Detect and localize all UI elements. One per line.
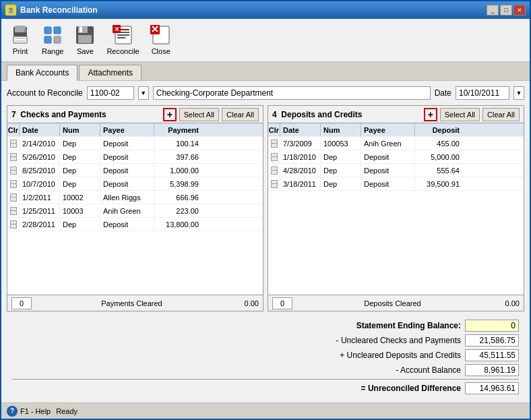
save-label: Save bbox=[77, 47, 94, 55]
account-dropdown-button[interactable]: ▼ bbox=[138, 86, 149, 100]
num-cell: 10002 bbox=[60, 191, 100, 204]
clr-icon: ⋯ bbox=[10, 140, 17, 148]
ending-balance-value[interactable]: 0 bbox=[465, 320, 519, 332]
range-label: Range bbox=[42, 47, 63, 55]
account-name-input[interactable] bbox=[153, 86, 431, 100]
checks-add-button[interactable]: + bbox=[163, 108, 177, 121]
range-button[interactable]: Range bbox=[39, 23, 66, 57]
deposits-table-body: ⋯ 7/3/2009 100053 Anih Green 455.00 ⋯ 1/… bbox=[268, 137, 524, 295]
payee-cell: Anih Green bbox=[361, 137, 415, 150]
table-row[interactable]: ⋯ 1/25/2011 10003 Anih Green 223.00 bbox=[7, 204, 263, 218]
table-row[interactable]: ⋯ 3/18/2011 Dep Deposit 39,500.91 bbox=[268, 177, 524, 191]
clr-cell: ⋯ bbox=[7, 177, 20, 190]
checks-col-payee: Payee bbox=[100, 123, 154, 136]
clr-icon: ⋯ bbox=[271, 167, 278, 175]
date-cell: 3/18/2011 bbox=[280, 177, 321, 190]
close-button[interactable]: ✕ bbox=[513, 5, 526, 16]
print-icon bbox=[9, 24, 31, 46]
summary-divider bbox=[12, 379, 519, 380]
deposits-table-header: Clr Date Num Payee Deposit bbox=[268, 123, 524, 137]
clr-icon: ⋯ bbox=[271, 140, 278, 148]
maximize-button[interactable]: □ bbox=[500, 5, 512, 16]
uncleared-deposits-value: 45,511.55 bbox=[465, 349, 519, 361]
amount-cell: 223.00 bbox=[154, 204, 201, 217]
date-cell: 2/14/2010 bbox=[20, 137, 60, 150]
clr-cell: ⋯ bbox=[7, 137, 20, 150]
clr-cell: ⋯ bbox=[268, 164, 280, 177]
close-tool-button[interactable]: Close bbox=[148, 23, 175, 57]
reconcile-button[interactable]: ✕ Reconcile bbox=[104, 23, 142, 57]
svg-rect-2 bbox=[13, 36, 27, 43]
svg-rect-7 bbox=[54, 27, 61, 34]
clr-icon: ⋯ bbox=[271, 180, 278, 188]
amount-cell: 100.14 bbox=[154, 137, 201, 150]
amount-cell: 666.96 bbox=[154, 191, 201, 204]
save-button[interactable]: Save bbox=[71, 23, 98, 57]
deposits-select-all-button[interactable]: Select All bbox=[440, 108, 480, 121]
checks-footer-label: Payments Cleared bbox=[32, 299, 232, 307]
checks-col-date: Date bbox=[20, 123, 60, 136]
clr-cell: ⋯ bbox=[7, 218, 20, 231]
svg-rect-3 bbox=[15, 38, 26, 39]
deposits-col-clr: Clr bbox=[268, 123, 280, 136]
svg-rect-8 bbox=[44, 36, 51, 43]
clr-cell: ⋯ bbox=[7, 204, 20, 217]
checks-footer-value: 0.00 bbox=[232, 299, 259, 307]
date-cell: 4/28/2010 bbox=[280, 164, 321, 177]
date-cell: 1/2/2011 bbox=[20, 191, 60, 204]
clr-icon: ⋯ bbox=[271, 153, 278, 161]
minimize-button[interactable]: _ bbox=[487, 5, 499, 16]
tab-bank-accounts[interactable]: Bank Accounts bbox=[7, 65, 77, 81]
deposits-clear-button[interactable]: Clear All bbox=[482, 108, 520, 121]
num-cell: Dep bbox=[60, 164, 100, 177]
help-link[interactable]: ? F1 - Help bbox=[7, 406, 51, 417]
range-icon bbox=[42, 24, 63, 46]
date-label: Date bbox=[435, 88, 451, 98]
deposits-footer-label: Deposits Cleared bbox=[292, 299, 493, 307]
checks-select-all-button[interactable]: Select All bbox=[179, 108, 219, 121]
account-input[interactable] bbox=[87, 86, 134, 100]
svg-rect-18 bbox=[117, 37, 125, 38]
clr-cell: ⋯ bbox=[268, 177, 280, 190]
tab-attachments[interactable]: Attachments bbox=[79, 65, 142, 80]
clr-icon: ⋯ bbox=[10, 167, 17, 175]
table-row[interactable]: ⋯ 4/28/2010 Dep Deposit 555.64 bbox=[268, 164, 524, 177]
table-row[interactable]: ⋯ 2/14/2010 Dep Deposit 100.14 bbox=[7, 137, 263, 150]
summary-row-uncleared-deposits: + Uncleared Deposits and Credits 45,511.… bbox=[7, 348, 524, 363]
date-input[interactable] bbox=[456, 86, 509, 100]
print-label: Print bbox=[13, 47, 28, 55]
unreconciled-label: = Unreconciled Difference bbox=[286, 384, 461, 393]
svg-point-5 bbox=[24, 30, 27, 32]
deposits-col-num: Num bbox=[321, 123, 361, 136]
clr-icon: ⋯ bbox=[10, 180, 17, 188]
deposits-add-button[interactable]: + bbox=[424, 108, 437, 121]
help-label: F1 - Help bbox=[20, 407, 51, 415]
table-row[interactable]: ⋯ 7/3/2009 100053 Anih Green 455.00 bbox=[268, 137, 524, 150]
clr-cell: ⋯ bbox=[7, 191, 20, 204]
table-row[interactable]: ⋯ 5/26/2010 Dep Deposit 397.66 bbox=[7, 150, 263, 164]
checks-panel-footer: 0 Payments Cleared 0.00 bbox=[7, 295, 263, 311]
account-label: Account to Reconcile bbox=[7, 88, 83, 98]
deposits-panel-header: 4 Deposits and Credits + Select All Clea… bbox=[268, 106, 524, 123]
date-cell: 5/26/2010 bbox=[20, 150, 60, 163]
checks-clear-button[interactable]: Clear All bbox=[222, 108, 259, 121]
payee-cell: Deposit bbox=[100, 164, 154, 177]
clr-cell: ⋯ bbox=[7, 150, 20, 163]
table-row[interactable]: ⋯ 1/2/2011 10002 Allen Riggs 666.96 bbox=[7, 191, 263, 204]
date-cell: 8/25/2010 bbox=[20, 164, 60, 177]
table-row[interactable]: ⋯ 1/18/2010 Dep Deposit 5,000.00 bbox=[268, 150, 524, 164]
amount-cell: 555.64 bbox=[415, 164, 462, 177]
checks-col-clr: Clr bbox=[7, 123, 20, 136]
checks-col-num: Num bbox=[60, 123, 100, 136]
table-row[interactable]: ⋯ 10/7/2010 Dep Deposit 5,398.99 bbox=[7, 177, 263, 191]
print-button[interactable]: Print bbox=[7, 23, 34, 57]
table-row[interactable]: ⋯ 2/28/2011 Dep Deposit 13,800.00 bbox=[7, 218, 263, 231]
clr-icon: ⋯ bbox=[10, 220, 17, 229]
uncleared-checks-value: 21,586.75 bbox=[465, 334, 519, 347]
amount-cell: 397.66 bbox=[154, 150, 201, 163]
payee-cell: Deposit bbox=[100, 218, 154, 231]
amount-cell: 13,800.00 bbox=[154, 218, 201, 231]
close-tool-label: Close bbox=[152, 47, 170, 55]
date-dropdown-button[interactable]: ▼ bbox=[513, 86, 524, 100]
table-row[interactable]: ⋯ 8/25/2010 Dep Deposit 1,000.00 bbox=[7, 164, 263, 177]
